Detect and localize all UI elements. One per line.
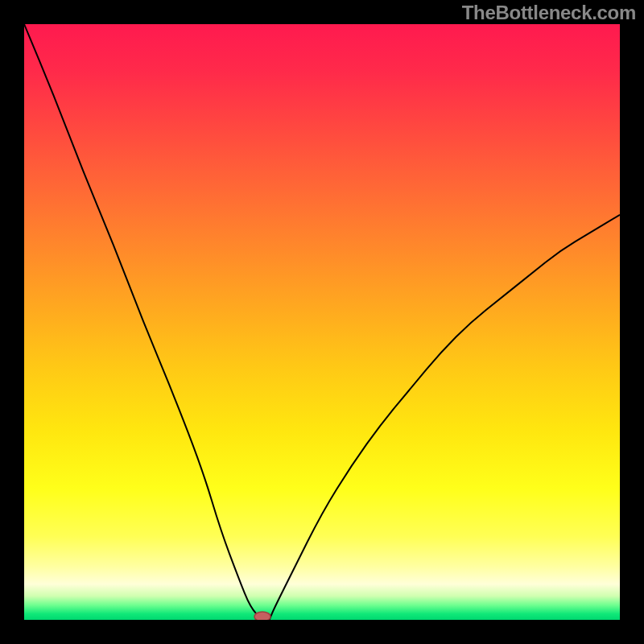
watermark-text: TheBottleneck.com xyxy=(462,2,636,24)
chart-container: TheBottleneck.com xyxy=(0,0,644,644)
gradient-background xyxy=(24,24,620,620)
plot-area xyxy=(24,24,620,620)
